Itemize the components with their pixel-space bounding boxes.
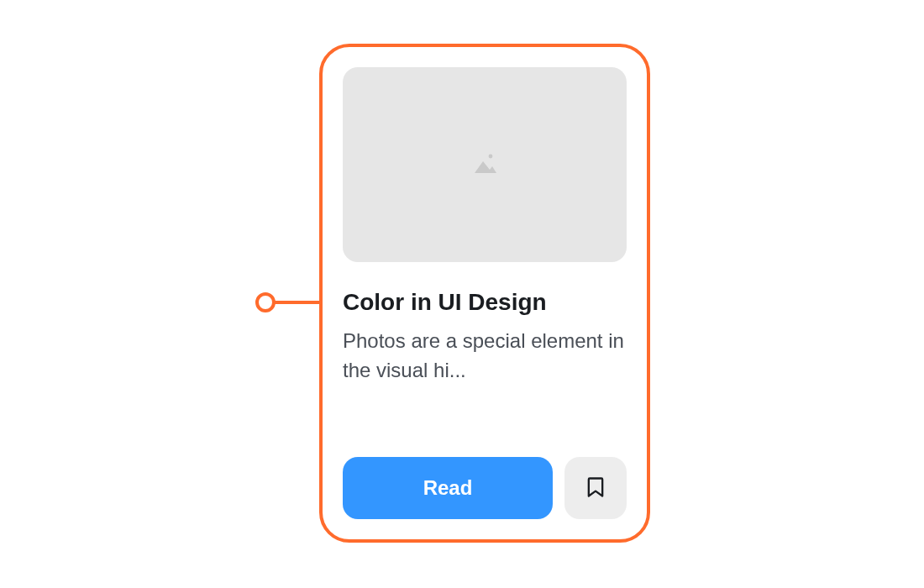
bookmark-icon	[584, 475, 607, 501]
svg-point-0	[489, 155, 493, 159]
image-icon	[465, 143, 505, 186]
article-card: Color in UI Design Photos are a special …	[319, 44, 650, 543]
card-image-placeholder	[343, 67, 627, 262]
annotation-node	[255, 292, 276, 312]
card-title: Color in UI Design	[343, 287, 627, 317]
bookmark-button[interactable]	[564, 457, 627, 519]
read-button[interactable]: Read	[343, 457, 553, 519]
card-actions: Read	[343, 457, 627, 519]
card-description: Photos are a special element in the visu…	[343, 327, 627, 386]
annotation-connector	[274, 301, 321, 304]
card-body: Color in UI Design Photos are a special …	[343, 262, 627, 519]
